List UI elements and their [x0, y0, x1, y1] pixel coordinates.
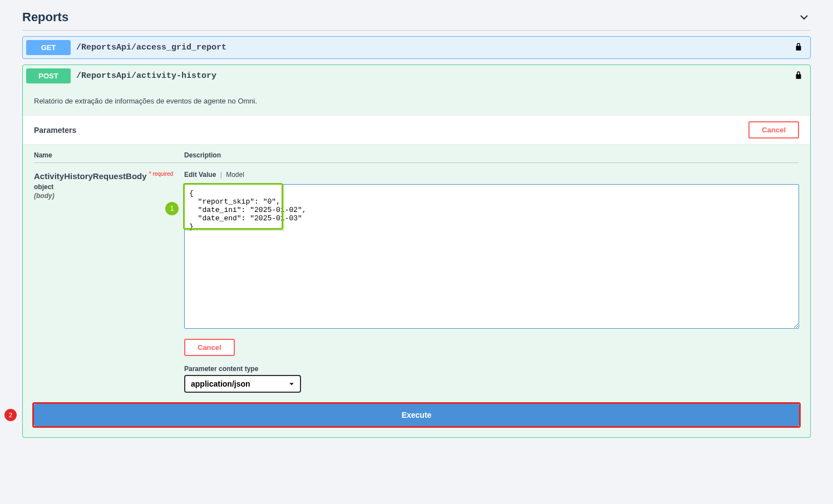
parameters-header: Parameters Cancel — [23, 115, 810, 145]
tab-model[interactable]: Model — [226, 171, 244, 179]
lock-icon[interactable] — [793, 42, 804, 54]
cancel-button-small[interactable]: Cancel — [184, 339, 235, 356]
lock-icon[interactable] — [793, 70, 804, 82]
parameters-title: Parameters — [34, 126, 76, 135]
param-name: ActivityHistoryRequestBody — [34, 171, 147, 181]
content-type-label: Parameter content type — [184, 365, 799, 373]
body-textarea[interactable] — [184, 184, 799, 329]
model-toggle: Edit Value | Model — [184, 171, 799, 179]
execute-wrap: Execute 2 — [34, 404, 799, 426]
opblock-path-post: /ReportsApi/activity-history — [76, 71, 216, 81]
chevron-down-icon[interactable] — [797, 11, 811, 24]
param-table-head: Name Description — [34, 151, 799, 163]
col-header-description: Description — [184, 151, 799, 159]
opblock-body: Relatório de extração de informações de … — [23, 87, 810, 426]
operation-post: POST /ReportsApi/activity-history Relató… — [22, 65, 811, 438]
param-in: (body) — [34, 192, 184, 200]
required-marker: * required — [149, 171, 173, 177]
opblock-path-get: /ReportsApi/access_grid_report — [76, 43, 226, 52]
annotation-marker-2: 2 — [4, 409, 17, 421]
opblock-summary-post[interactable]: POST /ReportsApi/activity-history — [23, 65, 810, 87]
method-badge-get: GET — [26, 40, 71, 55]
param-name-cell: ActivityHistoryRequestBody * required ob… — [34, 171, 184, 393]
tab-edit-value[interactable]: Edit Value — [184, 171, 216, 179]
operation-get[interactable]: GET /ReportsApi/access_grid_report — [22, 36, 811, 59]
section-header[interactable]: Reports — [22, 0, 811, 31]
parameters-table: Name Description ActivityHistoryRequestB… — [23, 145, 810, 404]
cancel-button[interactable]: Cancel — [748, 121, 799, 139]
content-type-select[interactable]: application/json — [184, 375, 301, 393]
execute-button[interactable]: Execute — [34, 404, 799, 426]
opblock-description: Relatório de extração de informações de … — [23, 87, 810, 115]
col-header-name: Name — [34, 151, 184, 159]
param-type: object — [34, 183, 184, 191]
section-title: Reports — [22, 10, 68, 24]
method-badge-post: POST — [26, 68, 71, 83]
opblock-summary-get[interactable]: GET /ReportsApi/access_grid_report — [23, 37, 810, 58]
param-row: ActivityHistoryRequestBody * required ob… — [34, 171, 799, 393]
param-desc-cell: Edit Value | Model 1 Cancel Parameter co… — [184, 171, 799, 393]
